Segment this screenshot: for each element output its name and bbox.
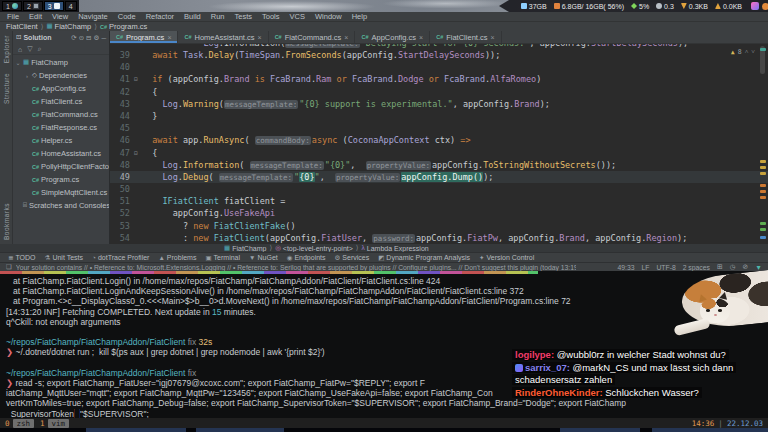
code-line-54[interactable]: 54 : new FiatClient(appConfig.FiatUser, … xyxy=(110,232,768,244)
tool-strip-explorer[interactable]: Explorer xyxy=(3,35,10,63)
menu-view[interactable]: View xyxy=(52,12,68,21)
tab-homeassistant-cs[interactable]: C#HomeAssistant.cs× xyxy=(178,31,268,43)
highlighting-level-icon[interactable]: ▼ xyxy=(755,264,762,271)
app-tray-icon[interactable] xyxy=(751,2,759,10)
tab-fiatcommand-cs[interactable]: C#FiatCommand.cs× xyxy=(269,31,356,43)
tool-strip-structure[interactable]: Structure xyxy=(3,73,10,104)
tree-item-fiatcommand-cs[interactable]: C#FiatCommand.cs xyxy=(13,108,109,121)
filter-icon-2[interactable]: ⌕ xyxy=(38,45,42,53)
toolwindow-todo[interactable]: ≣TODO xyxy=(8,254,36,262)
menu-window[interactable]: Window xyxy=(315,12,342,21)
breadcrumb-top-level-entry-point[interactable]: ◎<top-level-entry-point> xyxy=(275,245,353,252)
inspection-widget[interactable]: ▲ 8 ˄ ˅ xyxy=(731,46,755,58)
toolwindow-problems[interactable]: ▲Problems xyxy=(158,254,196,261)
menu-file[interactable]: File xyxy=(7,12,19,21)
tool-strip-bookmarks[interactable]: Bookmarks xyxy=(3,203,10,240)
code-line-52[interactable]: 52 appConfig.UseFakeApi xyxy=(110,207,768,219)
panel-toolbar-icon-4[interactable]: ─ xyxy=(101,34,106,42)
toolwindow-dynamic-program-analysis[interactable]: ◩Dynamic Program Analysis xyxy=(378,254,470,262)
code-line-49[interactable]: 49 Log.Debug( messageTemplate:"{0}", pro… xyxy=(110,171,768,183)
code-line-42[interactable]: 42 { xyxy=(110,86,768,98)
tab-close-icon[interactable]: × xyxy=(490,34,494,41)
menu-build[interactable]: Build xyxy=(184,12,201,21)
layout-icon[interactable]: ⊞ xyxy=(717,263,723,271)
tree-item-fiatresponse-cs[interactable]: C#FiatResponse.cs xyxy=(13,121,109,134)
menu-vcs[interactable]: VCS xyxy=(290,12,305,21)
caret-position[interactable]: 49:33 xyxy=(617,264,634,271)
breadcrumb-fiatclient[interactable]: FiatClient xyxy=(6,22,38,31)
solution-tree[interactable]: ⌄▦FiatChamp›◇DependenciesC#AppConfig.csC… xyxy=(13,55,109,244)
lock-icon[interactable]: ⊘ xyxy=(743,263,749,271)
code-line-47[interactable]: 47⊟ { xyxy=(110,147,768,159)
breadcrumb-fiatchamp[interactable]: ▦FiatChamp xyxy=(46,22,91,31)
tree-item-homeassistant-cs[interactable]: C#HomeAssistant.cs xyxy=(13,147,109,160)
tab-fiatclient-cs[interactable]: C#FiatClient.cs× xyxy=(430,31,501,43)
menu-refactor[interactable]: Refactor xyxy=(146,12,174,21)
tree-expander-icon[interactable]: ⌄ xyxy=(15,59,21,66)
tab-program-cs[interactable]: C#Program.cs× xyxy=(110,31,178,43)
toolwindow-nuget[interactable]: ▼NuGet xyxy=(249,254,278,261)
tree-expander-icon[interactable]: › xyxy=(24,73,30,79)
filter-icon-0[interactable]: ⌂ xyxy=(18,46,22,53)
notifications-icon[interactable]: ◷ xyxy=(730,263,736,271)
toolwindow-dottrace-profiler[interactable]: ◔dotTrace Profiler xyxy=(92,254,149,261)
code-line-44[interactable]: 44 } xyxy=(110,110,768,122)
workspace-3[interactable]: 3 xyxy=(44,1,64,11)
workspace-1[interactable]: 1 xyxy=(2,1,22,11)
tree-item-scratches-and-consoles[interactable]: ⌸Scratches and Consoles xyxy=(13,199,109,212)
panel-toolbar-icon-2[interactable]: ⊟ xyxy=(86,34,91,42)
code-line-53[interactable]: 53 ? new FiatClientFake() xyxy=(110,220,768,232)
tree-item-program-cs[interactable]: C#Program.cs xyxy=(13,173,109,186)
tree-item-fiatchamp[interactable]: ⌄▦FiatChamp xyxy=(13,56,109,69)
menu-edit[interactable]: Edit xyxy=(29,12,42,21)
panel-toolbar-icon-3[interactable]: ⚙ xyxy=(94,34,100,42)
menu-run[interactable]: Run xyxy=(211,12,225,21)
tree-item-dependencies[interactable]: ›◇Dependencies xyxy=(13,69,109,82)
workspace-2[interactable]: 2 xyxy=(23,1,43,11)
code-area[interactable]: Log.Information(messageTemplate:"Delayin… xyxy=(110,44,768,244)
menu-tools[interactable]: Tools xyxy=(262,12,280,21)
tab-close-icon[interactable]: × xyxy=(344,34,348,41)
code-line-40[interactable]: 40 xyxy=(110,61,768,73)
tree-item-fiatclient-cs[interactable]: C#FiatClient.cs xyxy=(13,95,109,108)
menu-navigate[interactable]: Navigate xyxy=(78,12,108,21)
next-issue-icon[interactable]: ˅ xyxy=(751,46,755,58)
tab-close-icon[interactable]: × xyxy=(258,34,262,41)
encoding[interactable]: UTF-8 xyxy=(656,264,675,271)
tmux-window-1[interactable]: 1vim xyxy=(40,419,69,428)
tab-appconfig-cs[interactable]: C#AppConfig.cs× xyxy=(355,31,430,43)
tray-dot-icon[interactable] xyxy=(762,3,768,10)
line-ending[interactable]: LF xyxy=(642,264,650,271)
code-line-41[interactable]: 41⊟ if (appConfig.Brand is FcaBrand.Ram … xyxy=(110,73,768,85)
tmux-window-0[interactable]: 0zsh xyxy=(5,419,34,428)
code-line-39[interactable]: 39 await Task.Delay(TimeSpan.FromSeconds… xyxy=(110,49,768,61)
indent-style[interactable]: 2 spaces xyxy=(683,264,710,271)
toolwindow-terminal[interactable]: ▣Terminal xyxy=(205,254,240,262)
code-line-48[interactable]: 48 Log.Information( messageTemplate:"{0}… xyxy=(110,159,768,171)
tree-item-helper-cs[interactable]: C#Helper.cs xyxy=(13,134,109,147)
menu-help[interactable]: Help xyxy=(352,12,367,21)
breadcrumb-lambda-expression[interactable]: λLambda Expression xyxy=(362,245,429,252)
breadcrumb-fiatchamp[interactable]: ▦FiatChamp xyxy=(224,245,266,252)
code-line-45[interactable]: 45 xyxy=(110,122,768,134)
fold-marker-icon[interactable]: ⊟ xyxy=(134,73,142,85)
event-log-icon[interactable]: ❏ xyxy=(6,264,12,271)
tab-close-icon[interactable]: × xyxy=(419,34,423,41)
code-line-51[interactable]: 51 IFiatClient fiatClient = xyxy=(110,195,768,207)
panel-toolbar-icon-0[interactable]: ⟳ xyxy=(71,34,76,42)
code-line-46[interactable]: 46 await app.RunAsync( commandBody:async… xyxy=(110,134,768,146)
fold-marker-icon[interactable]: ⊟ xyxy=(134,147,142,159)
workspace-4[interactable]: 4 xyxy=(65,1,77,11)
filter-icon-1[interactable]: ▽ xyxy=(27,45,32,53)
breadcrumb-program-cs[interactable]: C#Program.cs xyxy=(100,22,147,31)
toolwindow-unit-tests[interactable]: ⚗Unit Tests xyxy=(45,254,83,262)
tree-item-simplemqttclient-cs[interactable]: C#SimpleMqttClient.cs xyxy=(13,186,109,199)
code-line-43[interactable]: 43 Log.Warning(messageTemplate:"{0} supp… xyxy=(110,98,768,110)
panel-toolbar-icon-1[interactable]: ⊙ xyxy=(79,34,84,42)
tree-item-appconfig-cs[interactable]: C#AppConfig.cs xyxy=(13,82,109,95)
menu-tests[interactable]: Tests xyxy=(235,12,253,21)
editor[interactable]: C#Program.cs×C#HomeAssistant.cs×C#FiatCo… xyxy=(110,31,768,244)
code-line-50[interactable]: 50 xyxy=(110,183,768,195)
prev-issue-icon[interactable]: ˄ xyxy=(745,46,749,58)
toolwindow-services[interactable]: ⚙Services xyxy=(335,254,370,262)
